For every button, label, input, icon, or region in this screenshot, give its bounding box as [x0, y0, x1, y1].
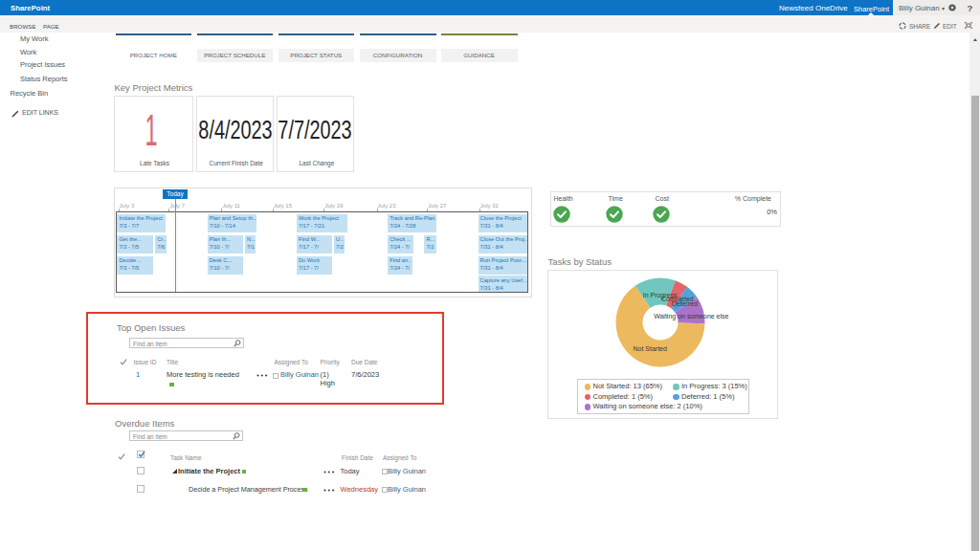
svg-text:Not Started: Not Started — [633, 345, 667, 352]
svg-text:Deferred: Deferred — [672, 300, 698, 307]
svg-text:Waiting on someone else: Waiting on someone else — [654, 313, 728, 320]
